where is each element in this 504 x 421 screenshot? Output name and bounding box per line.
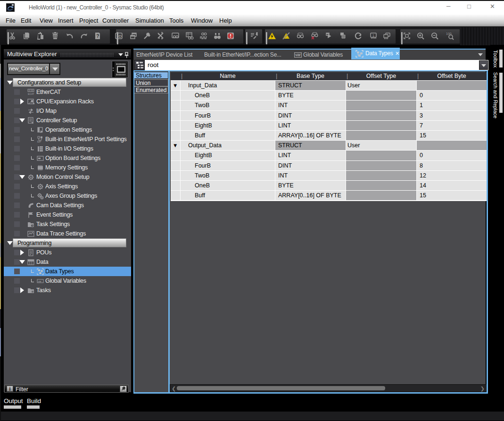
svg-text:1: 1	[372, 34, 374, 37]
svg-text:ECAT: ECAT	[28, 93, 34, 95]
svg-text:?: ?	[96, 34, 99, 39]
svg-text:!: !	[230, 33, 231, 39]
svg-text:var: var	[38, 280, 41, 283]
svg-text:3D: 3D	[116, 34, 122, 39]
svg-text:EIP: EIP	[37, 140, 41, 143]
